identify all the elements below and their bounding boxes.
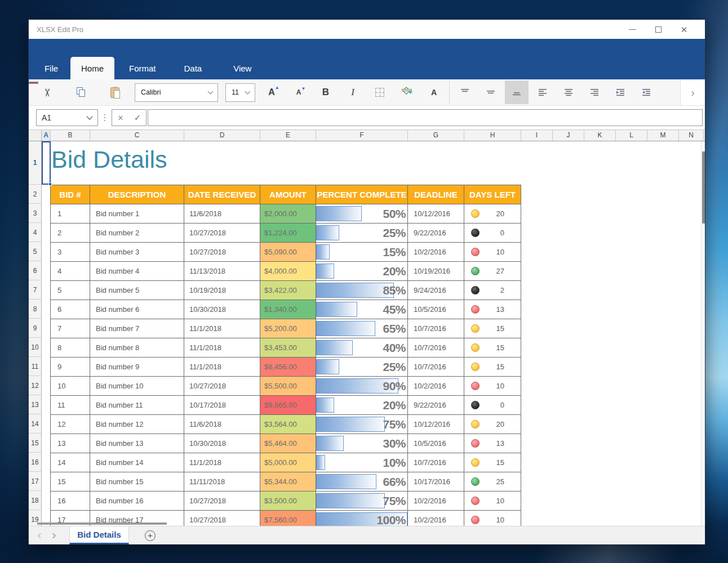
cell-amount[interactable]: $5,200.00 <box>260 319 316 338</box>
row-header-15[interactable]: 15 <box>29 434 41 453</box>
header-date-received[interactable]: DATE RECEIVED <box>184 185 260 204</box>
cell-deadline[interactable]: 10/7/2016 <box>408 319 464 338</box>
cell-amount[interactable]: $9,865.00 <box>260 396 316 415</box>
fill-color-button[interactable] <box>395 81 419 104</box>
column-header-L[interactable]: L <box>616 130 647 141</box>
row-header-2[interactable]: 2 <box>29 185 41 204</box>
column-header-C[interactable]: C <box>90 130 184 141</box>
cell-date-received[interactable]: 10/30/2018 <box>184 434 260 453</box>
cell-percent-complete[interactable]: 25% <box>316 358 408 377</box>
header-percent-complete[interactable]: PERCENT COMPLETE <box>316 185 408 204</box>
cell-date-received[interactable]: 11/1/2018 <box>184 358 260 377</box>
header-description[interactable]: DESCRIPTION <box>90 185 184 204</box>
row-header-1[interactable]: 1 <box>29 141 41 185</box>
align-top-button[interactable] <box>453 81 477 104</box>
cell-date-received[interactable]: 10/30/2018 <box>184 300 260 319</box>
font-color-button[interactable]: A <box>422 81 446 104</box>
cell-bid-number[interactable]: 11 <box>51 396 90 415</box>
cell-percent-complete[interactable]: 65% <box>316 319 408 338</box>
cell-bid-number[interactable]: 3 <box>51 243 90 262</box>
cell-days-left[interactable]: 27 <box>464 262 521 281</box>
cell-amount[interactable]: $5,090.00 <box>260 243 316 262</box>
cell-amount[interactable]: $5,000.00 <box>260 453 316 472</box>
font-size-select[interactable]: 11 <box>225 83 255 102</box>
row-header-14[interactable]: 14 <box>29 414 41 434</box>
cell-date-received[interactable]: 10/17/2018 <box>184 396 260 415</box>
cell-percent-complete[interactable]: 75% <box>316 491 408 511</box>
cell-date-received[interactable]: 11/1/2018 <box>184 319 260 338</box>
row-header-18[interactable]: 18 <box>29 491 41 510</box>
shrink-font-button[interactable]: A▼ <box>287 81 310 104</box>
cell-description[interactable]: Bid number 1 <box>90 204 184 224</box>
confirm-button[interactable]: ✓ <box>129 113 146 123</box>
tab-data[interactable]: Data <box>182 64 205 73</box>
cell-deadline[interactable]: 9/24/2016 <box>408 281 464 300</box>
fill-handle[interactable] <box>48 182 52 186</box>
sheet-tab-bid-details[interactable]: Bid Details <box>69 526 129 544</box>
row-header-12[interactable]: 12 <box>29 376 41 395</box>
cell-bid-number[interactable]: 6 <box>51 300 90 319</box>
cell-amount[interactable]: $5,464.00 <box>260 434 316 453</box>
cell-description[interactable]: Bid number 13 <box>90 434 184 453</box>
tab-format[interactable]: Format <box>127 64 158 73</box>
cell-deadline[interactable]: 9/22/2016 <box>408 224 464 243</box>
column-header-M[interactable]: M <box>647 130 679 141</box>
cell-bid-number[interactable]: 1 <box>51 204 90 224</box>
cell-deadline[interactable]: 10/2/2016 <box>408 511 464 526</box>
cell-days-left[interactable]: 20 <box>464 415 521 434</box>
cell-amount[interactable]: $3,422.00 <box>260 281 316 300</box>
cell-date-received[interactable]: 10/27/2018 <box>184 377 260 396</box>
cell-bid-number[interactable]: 8 <box>51 338 90 358</box>
column-header-I[interactable]: I <box>521 130 553 141</box>
cell-bid-number[interactable]: 10 <box>51 377 90 396</box>
cell-bid-number[interactable]: 5 <box>51 281 90 300</box>
cell-amount[interactable]: $2,000.00 <box>260 204 316 224</box>
cell-percent-complete[interactable]: 45% <box>316 300 408 319</box>
cell-description[interactable]: Bid number 4 <box>90 262 184 281</box>
cell-bid-number[interactable]: 4 <box>51 262 90 281</box>
row-header-16[interactable]: 16 <box>29 453 41 472</box>
cell-date-received[interactable]: 11/11/2018 <box>184 472 260 491</box>
cell-bid-number[interactable]: 13 <box>51 434 90 453</box>
grow-font-button[interactable]: A▲ <box>260 81 283 104</box>
cell-description[interactable]: Bid number 7 <box>90 319 184 338</box>
cell-description[interactable]: Bid number 11 <box>90 396 184 415</box>
cell-amount[interactable]: $5,344.00 <box>260 472 316 491</box>
cell-days-left[interactable]: 10 <box>464 243 521 262</box>
next-sheet-button[interactable]: › <box>47 529 61 542</box>
align-right-button[interactable] <box>583 81 606 104</box>
maximize-button[interactable] <box>645 21 671 38</box>
row-header-8[interactable]: 8 <box>29 300 41 319</box>
previous-sheet-button[interactable]: ‹ <box>32 529 47 542</box>
cell-deadline[interactable]: 10/5/2016 <box>408 434 464 453</box>
column-header-E[interactable]: E <box>260 130 316 141</box>
cell-days-left[interactable]: 15 <box>464 338 521 358</box>
cell-percent-complete[interactable]: 25% <box>316 224 408 243</box>
formula-input[interactable] <box>148 109 703 126</box>
cell-description[interactable]: Bid number 6 <box>90 300 184 319</box>
cell-days-left[interactable]: 10 <box>464 511 521 526</box>
tab-home[interactable]: Home <box>70 57 114 79</box>
cell-bid-number[interactable]: 2 <box>51 224 90 243</box>
cell-percent-complete[interactable]: 85% <box>316 281 408 300</box>
cell-amount[interactable]: $7,560.00 <box>260 511 316 526</box>
header-amount[interactable]: AMOUNT <box>260 185 316 204</box>
select-all-corner[interactable] <box>29 130 42 141</box>
vertical-scrollbar-thumb[interactable] <box>702 151 705 224</box>
cell-deadline[interactable]: 10/7/2016 <box>408 358 464 377</box>
cell-description[interactable]: Bid number 5 <box>90 281 184 300</box>
horizontal-scrollbar-thumb[interactable] <box>37 522 167 525</box>
font-select[interactable]: Calibri <box>135 83 218 102</box>
column-header-B[interactable]: B <box>51 130 90 141</box>
cell-date-received[interactable]: 10/19/2018 <box>184 281 260 300</box>
bold-button[interactable]: B <box>314 81 338 104</box>
cell-deadline[interactable]: 10/19/2016 <box>408 262 464 281</box>
cell-percent-complete[interactable]: 20% <box>316 262 408 281</box>
column-header-K[interactable]: K <box>584 130 616 141</box>
cell-amount[interactable]: $3,453.00 <box>260 338 316 358</box>
minimize-button[interactable] <box>619 21 645 38</box>
cell-days-left[interactable]: 10 <box>464 377 521 396</box>
close-button[interactable]: ✕ <box>671 21 697 38</box>
cell-days-left[interactable]: 10 <box>464 491 521 511</box>
column-header-G[interactable]: G <box>408 130 464 141</box>
